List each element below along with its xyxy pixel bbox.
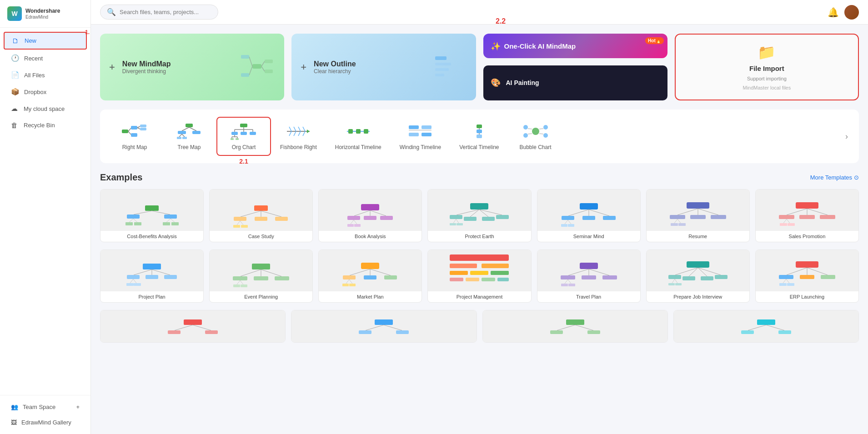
sidebar-item-gallery[interactable]: 🖼 EdrawMind Gallery — [4, 415, 87, 430]
more-templates-link[interactable]: More Templates ⊙ — [810, 174, 859, 181]
new-outline-text: New Outline Clear hierarchy — [314, 60, 356, 75]
row3-3-thumb — [483, 310, 667, 342]
svg-line-210 — [565, 279, 568, 284]
svg-rect-87 — [134, 222, 141, 225]
one-click-ai-card[interactable]: ✨ One-Click AI MindMap Hot🔥 — [483, 34, 667, 58]
marker-21: 2.1 — [239, 158, 248, 165]
map-type-horiz-timeline[interactable]: Horizontal Timeline — [326, 118, 391, 155]
svg-line-157 — [787, 219, 790, 223]
svg-rect-137 — [568, 224, 574, 227]
svg-line-55 — [303, 131, 305, 136]
sidebar-label-recycle: Recycle Bin — [24, 122, 55, 129]
example-project-management[interactable]: Project Management — [427, 249, 531, 303]
teamspace-add-icon[interactable]: + — [76, 404, 80, 410]
prepare-job-interview-thumb — [647, 250, 749, 291]
svg-rect-132 — [582, 216, 595, 220]
map-type-vert-timeline[interactable]: Vertical Timeline — [450, 118, 508, 155]
new-mindmap-card[interactable]: + New MindMap Divergent thinking — [100, 34, 284, 100]
svg-rect-198 — [491, 271, 509, 275]
example-row3-4[interactable] — [673, 310, 859, 343]
map-type-fishbone[interactable]: Fishbone Right — [271, 118, 326, 155]
new-outline-card[interactable]: + New Outline Clear hierarchy — [291, 34, 476, 100]
sidebar-item-teamspace[interactable]: 👥 Team Space + — [4, 399, 87, 414]
svg-line-206 — [589, 269, 609, 275]
svg-line-81 — [152, 211, 170, 215]
example-protect-earth[interactable]: Protect Earth — [427, 189, 531, 242]
svg-rect-22 — [186, 124, 193, 127]
map-type-right-map[interactable]: Right Map — [107, 118, 162, 155]
notification-icon[interactable]: 🔔 — [828, 7, 839, 18]
sidebar-item-allfiles[interactable]: 📄 All Files — [4, 67, 87, 83]
svg-rect-107 — [347, 216, 360, 220]
example-seminar-mind[interactable]: Seminar Mind — [537, 189, 641, 242]
recent-icon: 🕐 — [11, 54, 20, 62]
sidebar-item-dropbox[interactable]: 📦 Dropbox — [4, 84, 87, 100]
example-book-analysis[interactable]: Book Analysis — [318, 189, 422, 242]
example-resume[interactable]: Resume — [646, 189, 750, 242]
search-input[interactable] — [120, 9, 211, 15]
search-bar[interactable]: 🔍 — [100, 5, 218, 20]
svg-line-135 — [568, 220, 571, 224]
sidebar-item-new[interactable]: 🗋 New 1. — [4, 32, 87, 50]
svg-rect-213 — [568, 284, 575, 286]
svg-rect-231 — [779, 275, 793, 279]
horiz-timeline-label: Horizontal Timeline — [335, 144, 381, 150]
example-travel-plan[interactable]: Travel Plan — [537, 249, 641, 303]
example-prepare-job-interview[interactable]: Prepare Job Interview — [646, 249, 750, 303]
svg-rect-3 — [265, 60, 273, 63]
map-type-bubble-chart[interactable]: Bubble Chart — [508, 118, 563, 155]
example-project-plan[interactable]: Project Plan — [100, 249, 204, 303]
svg-rect-10 — [435, 63, 451, 65]
vert-timeline-icon — [466, 122, 493, 140]
svg-line-53 — [294, 131, 296, 136]
example-sales-promotion[interactable]: Sales Promotion — [755, 189, 859, 242]
ai-painting-card[interactable]: 🎨 AI Painting — [483, 65, 667, 101]
sidebar-label-recent: Recent — [24, 55, 43, 62]
sidebar-item-recycle[interactable]: 🗑 Recycle Bin — [4, 117, 87, 133]
recycle-icon: 🗑 — [11, 121, 19, 129]
sidebar-label-dropbox: Dropbox — [24, 89, 46, 95]
teamspace-left: 👥 Team Space — [11, 404, 55, 410]
avatar[interactable] — [844, 5, 859, 20]
example-row3-1[interactable] — [100, 310, 286, 343]
svg-line-88 — [166, 219, 171, 222]
example-case-study[interactable]: Case Study — [209, 189, 313, 242]
svg-rect-21 — [140, 128, 146, 130]
svg-line-230 — [807, 268, 828, 275]
svg-marker-47 — [307, 130, 310, 133]
app-name: Wondershare — [25, 8, 60, 15]
ai-painting-icon: 🎨 — [491, 78, 501, 88]
example-event-planning[interactable]: Event Planning — [209, 249, 313, 303]
search-icon: 🔍 — [107, 8, 116, 16]
example-row3-2[interactable] — [291, 310, 477, 343]
project-management-label: Project Management — [428, 291, 531, 302]
map-types-next-arrow[interactable]: › — [842, 128, 852, 145]
file-import-card[interactable]: 📁 File Import Support importing MindMast… — [675, 34, 859, 100]
map-type-winding-timeline[interactable]: Winding Timeline — [391, 118, 450, 155]
svg-line-249 — [557, 325, 575, 330]
sidebar-item-recent[interactable]: 🕐 Recent — [4, 50, 87, 66]
event-planning-thumb — [210, 250, 312, 291]
sidebar-item-mycloud[interactable]: ☁ My cloud space — [4, 100, 87, 117]
market-plan-thumb — [319, 250, 421, 291]
example-erp-launching[interactable]: ERP Launching — [755, 249, 859, 303]
svg-rect-192 — [349, 284, 356, 286]
svg-rect-31 — [240, 124, 247, 127]
new-outline-title: New Outline — [314, 60, 356, 68]
svg-rect-221 — [701, 276, 713, 280]
example-row3-3[interactable] — [482, 310, 668, 343]
svg-line-54 — [298, 131, 301, 136]
dropbox-icon: 📦 — [11, 88, 20, 96]
new-mindmap-title: New MindMap — [122, 60, 171, 68]
svg-rect-25 — [178, 131, 186, 134]
svg-rect-202 — [497, 278, 509, 281]
svg-line-172 — [241, 269, 261, 276]
svg-line-156 — [783, 219, 787, 223]
example-cost-benefits[interactable]: Cost-Benefits Analysis — [100, 189, 204, 242]
map-type-tree-map[interactable]: Tree Map — [162, 118, 216, 155]
example-market-plan[interactable]: Market Plan — [318, 249, 422, 303]
svg-rect-169 — [126, 283, 134, 286]
svg-line-100 — [240, 221, 243, 225]
svg-rect-113 — [354, 224, 361, 227]
map-type-org-chart[interactable]: Org Chart 2.1 — [216, 117, 271, 156]
